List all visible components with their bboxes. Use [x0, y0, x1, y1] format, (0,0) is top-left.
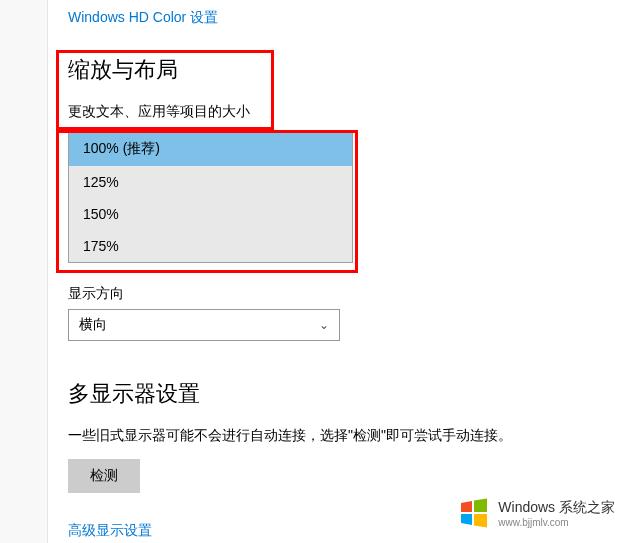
- orientation-value: 横向: [79, 316, 107, 334]
- multi-monitor-title: 多显示器设置: [68, 379, 633, 409]
- windows-logo-icon: [458, 497, 490, 529]
- scale-option-175[interactable]: 175%: [69, 230, 352, 262]
- scale-subtitle: 更改文本、应用等项目的大小: [68, 103, 633, 121]
- watermark: Windows 系统之家 www.bjjmlv.com: [458, 497, 615, 529]
- watermark-url: www.bjjmlv.com: [498, 517, 615, 528]
- scale-option-100[interactable]: 100% (推荐): [69, 132, 352, 166]
- advanced-display-settings-link[interactable]: 高级显示设置: [68, 522, 152, 540]
- hd-color-settings-link[interactable]: Windows HD Color 设置: [68, 9, 218, 27]
- detect-button[interactable]: 检测: [68, 459, 140, 493]
- watermark-title: Windows 系统之家: [498, 499, 615, 517]
- scale-layout-title: 缩放与布局: [68, 55, 633, 85]
- scale-dropdown[interactable]: 100% (推荐) 125% 150% 175%: [68, 131, 353, 263]
- chevron-down-icon: ⌄: [319, 318, 329, 332]
- orientation-select[interactable]: 横向 ⌄: [68, 309, 340, 341]
- scale-option-150[interactable]: 150%: [69, 198, 352, 230]
- multi-monitor-description: 一些旧式显示器可能不会进行自动连接，选择"检测"即可尝试手动连接。: [68, 427, 633, 445]
- orientation-label: 显示方向: [68, 285, 633, 303]
- scale-option-125[interactable]: 125%: [69, 166, 352, 198]
